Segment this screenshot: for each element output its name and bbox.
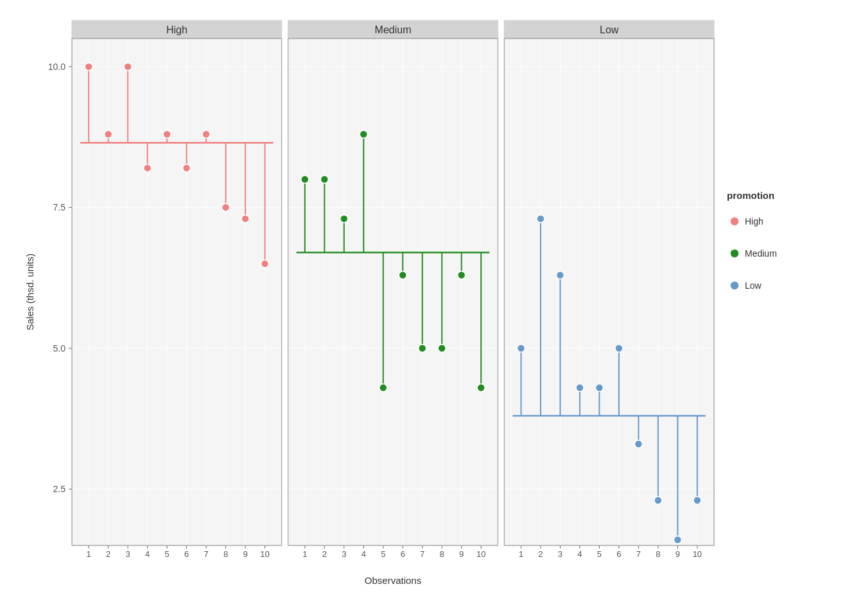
svg-text:10: 10 [693,549,702,559]
svg-text:5: 5 [597,549,602,559]
svg-text:2: 2 [538,549,543,559]
svg-text:8: 8 [223,549,228,559]
svg-point-34 [222,203,230,211]
svg-point-146 [595,384,603,391]
svg-point-20 [85,63,92,71]
svg-point-150 [634,440,642,448]
svg-point-142 [556,271,564,279]
svg-point-26 [144,164,152,172]
svg-text:Medium: Medium [375,24,412,35]
svg-text:1: 1 [302,549,307,559]
svg-text:Sales (thsd. units): Sales (thsd. units) [24,253,35,330]
svg-text:8: 8 [440,549,444,559]
svg-text:1: 1 [87,549,91,559]
svg-text:10.0: 10.0 [48,62,65,72]
svg-text:5: 5 [381,549,385,559]
svg-text:promotion: promotion [727,190,774,201]
svg-point-30 [183,164,191,172]
svg-point-144 [576,384,584,391]
svg-rect-1 [72,38,282,545]
svg-point-193 [730,281,739,290]
svg-text:Observations: Observations [365,575,421,586]
svg-text:10: 10 [476,549,485,559]
chart-container: High12345678910Medium12345678910Low12345… [21,19,842,597]
svg-text:2.5: 2.5 [53,484,66,494]
svg-rect-119 [504,38,714,545]
svg-text:5: 5 [164,549,169,559]
svg-text:9: 9 [676,549,680,559]
svg-text:4: 4 [577,549,582,559]
svg-text:Low: Low [600,24,619,35]
svg-text:High: High [745,216,763,227]
svg-text:6: 6 [616,549,621,559]
svg-point-138 [517,345,525,352]
svg-point-97 [477,384,485,391]
svg-point-89 [399,271,406,279]
svg-point-87 [379,384,387,391]
svg-point-156 [693,497,701,504]
svg-text:9: 9 [459,549,464,559]
svg-text:6: 6 [401,549,405,559]
svg-text:3: 3 [558,549,562,559]
svg-text:7: 7 [636,549,641,559]
svg-text:1: 1 [519,549,523,559]
svg-text:7: 7 [420,549,424,559]
svg-point-38 [261,260,269,268]
svg-point-152 [654,497,662,504]
svg-text:7: 7 [204,549,208,559]
svg-text:2: 2 [106,549,110,559]
svg-point-148 [615,345,623,352]
svg-text:6: 6 [184,549,189,559]
svg-point-91 [419,345,426,352]
svg-point-191 [730,249,739,258]
svg-point-24 [124,63,132,71]
svg-point-85 [360,130,367,138]
svg-point-95 [458,271,466,279]
svg-point-189 [730,217,739,226]
svg-text:Medium: Medium [745,248,777,259]
svg-point-81 [320,175,328,183]
svg-text:2: 2 [322,549,327,559]
svg-text:5.0: 5.0 [53,343,66,354]
svg-text:10: 10 [260,549,269,559]
svg-point-32 [202,130,210,138]
svg-point-22 [105,130,112,138]
svg-text:8: 8 [656,549,660,559]
svg-rect-60 [288,38,498,545]
svg-text:Low: Low [745,280,762,291]
svg-point-36 [241,215,249,223]
svg-text:4: 4 [362,549,366,559]
main-chart: High12345678910Medium12345678910Low12345… [21,19,842,597]
svg-text:3: 3 [342,549,346,559]
svg-text:7.5: 7.5 [53,202,66,212]
svg-text:4: 4 [145,549,150,559]
svg-point-79 [301,175,309,183]
svg-point-140 [537,215,545,223]
svg-point-93 [438,345,446,352]
svg-point-154 [674,536,681,543]
svg-text:9: 9 [243,549,247,559]
svg-point-83 [340,215,348,223]
svg-text:3: 3 [125,549,130,559]
svg-text:High: High [166,24,187,35]
svg-point-28 [163,130,171,138]
